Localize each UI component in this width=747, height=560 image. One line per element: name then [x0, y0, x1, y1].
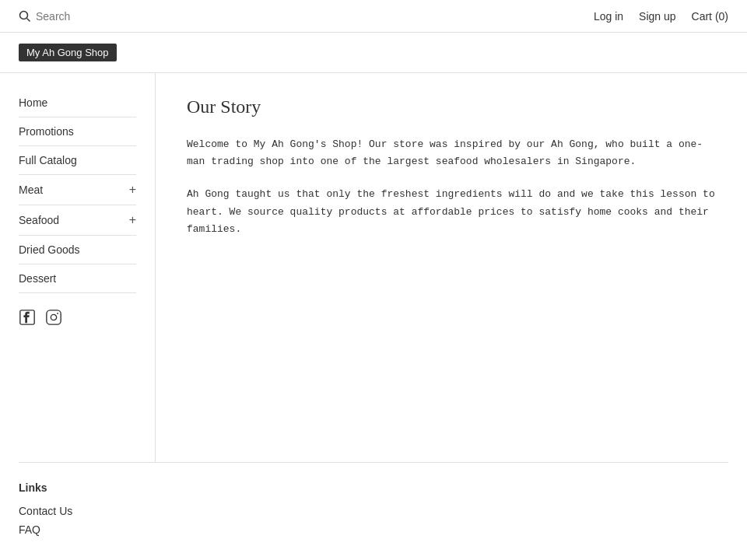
svg-rect-3: [47, 310, 61, 324]
signup-link[interactable]: Sign up: [639, 10, 675, 23]
search-area: [19, 9, 594, 23]
page-title: Our Story: [187, 96, 716, 117]
sidebar-item-full-catalog[interactable]: Full Catalog: [19, 146, 136, 175]
sidebar-item-label: Home: [19, 96, 47, 109]
sidebar-item-label: Dried Goods: [19, 243, 80, 256]
header: Log in Sign up Cart (0): [0, 0, 747, 33]
content-area: Our Story Welcome to My Ah Gong's Shop! …: [156, 73, 747, 462]
footer-contact-us-link[interactable]: Contact Us: [19, 505, 728, 517]
meat-expand-icon: +: [129, 183, 136, 197]
sidebar-item-dessert[interactable]: Dessert: [19, 264, 136, 293]
sidebar: Home Promotions Full Catalog Meat + Seaf…: [0, 73, 156, 462]
svg-point-4: [51, 315, 56, 320]
footer-links-section: Links Contact Us FAQ: [0, 463, 747, 560]
sidebar-item-seafood[interactable]: Seafood +: [19, 205, 136, 236]
instagram-icon[interactable]: [45, 309, 64, 327]
svg-line-1: [27, 19, 30, 22]
sidebar-item-label: Seafood: [19, 214, 59, 226]
breadcrumb-bar: My Ah Gong Shop: [0, 33, 747, 73]
search-input[interactable]: [36, 10, 191, 23]
facebook-icon[interactable]: [19, 309, 37, 327]
svg-point-5: [57, 313, 58, 314]
sidebar-item-meat[interactable]: Meat +: [19, 175, 136, 205]
sidebar-item-dried-goods[interactable]: Dried Goods: [19, 236, 136, 264]
breadcrumb[interactable]: My Ah Gong Shop: [19, 44, 117, 61]
footer-links-heading: Links: [19, 481, 728, 494]
svg-point-0: [20, 12, 28, 19]
footer-faq-link[interactable]: FAQ: [19, 523, 728, 536]
sidebar-item-label: Promotions: [19, 125, 74, 138]
sidebar-item-label: Full Catalog: [19, 154, 77, 166]
sidebar-item-label: Meat: [19, 184, 43, 196]
cart-link[interactable]: Cart (0): [692, 10, 728, 23]
main-layout: Home Promotions Full Catalog Meat + Seaf…: [0, 73, 747, 462]
seafood-expand-icon: +: [129, 213, 136, 227]
content-paragraph-1: Welcome to My Ah Gong's Shop! Our store …: [187, 136, 716, 170]
content-paragraph-2: Ah Gong taught us that only the freshest…: [187, 186, 716, 237]
sidebar-item-promotions[interactable]: Promotions: [19, 117, 136, 146]
sidebar-item-label: Dessert: [19, 272, 56, 285]
social-icons: [19, 293, 136, 343]
header-nav: Log in Sign up Cart (0): [594, 10, 728, 23]
login-link[interactable]: Log in: [594, 10, 623, 23]
search-icon[interactable]: [19, 9, 31, 23]
sidebar-item-home[interactable]: Home: [19, 89, 136, 117]
